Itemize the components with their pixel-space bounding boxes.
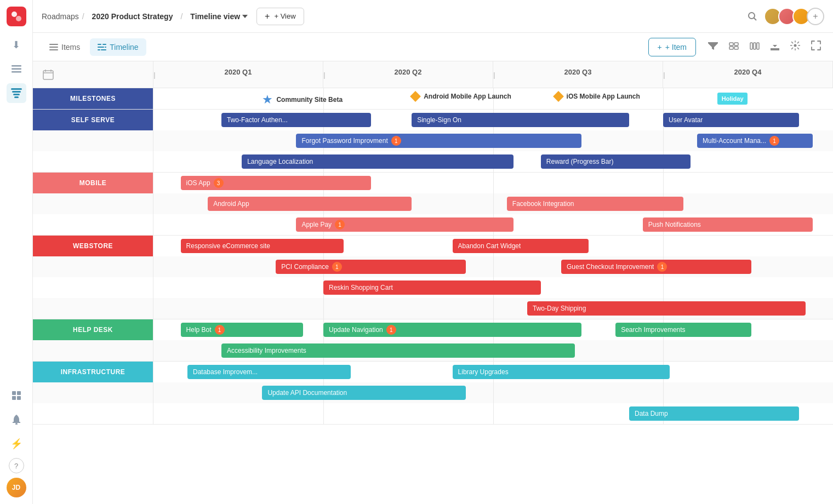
- row-mobile-2: Apple Pay1Push Notifications: [33, 214, 833, 235]
- bar-label: Data Dump: [635, 410, 668, 417]
- row-content-webstore-0: Responsive eCommerce siteAbandon Cart Wi…: [153, 236, 833, 256]
- add-item-label: + Item: [665, 43, 687, 51]
- download-icon[interactable]: ⬇: [7, 35, 26, 55]
- columns-button[interactable]: [746, 38, 763, 56]
- collaborator-avatars: +: [764, 8, 824, 25]
- row-content-webstore-3: Two-Day Shipping: [153, 298, 833, 319]
- list-view-icon[interactable]: [7, 59, 26, 79]
- quarter-divider: [493, 256, 494, 277]
- svg-rect-2: [12, 65, 21, 67]
- quarter-divider: [323, 298, 324, 319]
- group-label-helpdesk: HELP DESK: [33, 319, 153, 340]
- svg-rect-3: [12, 68, 21, 70]
- group-label-webstore: [33, 277, 153, 298]
- bar-label: Single-Sign On: [417, 116, 461, 124]
- bar-pci-compliance[interactable]: PCI Compliance1: [276, 260, 466, 274]
- bar-label: Two-Factor Authen...: [227, 116, 288, 124]
- svg-rect-18: [49, 49, 58, 50]
- add-item-button[interactable]: + + Item: [648, 38, 696, 56]
- svg-rect-33: [43, 71, 53, 79]
- calendar-icon[interactable]: [42, 68, 55, 81]
- milestone-label: Community Site Beta: [276, 96, 343, 104]
- bar-guest-checkout-improvement[interactable]: Guest Checkout Improvement1: [561, 260, 751, 274]
- bar-search-improvements[interactable]: Search Improvements: [615, 323, 751, 337]
- bar-update-api-documentation[interactable]: Update API Documentation: [262, 386, 466, 400]
- tab-items[interactable]: Items: [42, 38, 88, 56]
- search-button[interactable]: [748, 12, 757, 21]
- add-view-button[interactable]: + + View: [256, 8, 304, 25]
- star-icon: ★: [262, 93, 273, 107]
- bar-reskin-shopping-cart[interactable]: Reskin Shopping Cart: [323, 280, 541, 295]
- settings-button[interactable]: [787, 37, 803, 56]
- toolbar-actions: [705, 37, 824, 56]
- row-content-webstore-2: Reskin Shopping Cart: [153, 277, 833, 298]
- bar-help-bot[interactable]: Help Bot1: [181, 323, 303, 337]
- bar-library-upgrades[interactable]: Library Upgrades: [453, 365, 670, 379]
- filter-button[interactable]: [705, 38, 721, 56]
- row-content-selfserve-0: Two-Factor Authen...Single-Sign OnUser A…: [153, 110, 833, 130]
- bar-accessibility-improvements[interactable]: Accessibility Improvements: [221, 343, 575, 358]
- bar-ios-app[interactable]: iOS App3: [181, 176, 371, 190]
- add-collaborator-button[interactable]: +: [807, 8, 824, 25]
- bar-badge: 1: [769, 136, 779, 146]
- tab-timeline[interactable]: Timeline: [90, 38, 146, 56]
- bar-abandon-cart-widget[interactable]: Abandon Cart Widget: [453, 239, 589, 253]
- svg-point-0: [12, 12, 17, 17]
- quarter-divider: [323, 403, 324, 424]
- svg-rect-11: [12, 396, 16, 400]
- bar-responsive-ecommerce-site[interactable]: Responsive eCommerce site: [181, 239, 344, 253]
- bar-reward-progress-bar[interactable]: Reward (Progress Bar): [541, 154, 691, 169]
- row-content-infrastructure-0: Database Improvem...Library Upgrades: [153, 362, 833, 382]
- svg-rect-28: [734, 47, 738, 49]
- row-selfserve-0: SELF SERVETwo-Factor Authen...Single-Sig…: [33, 110, 833, 130]
- bar-android-app[interactable]: Android App: [208, 197, 412, 211]
- fullscreen-button[interactable]: [808, 37, 824, 56]
- milestone-android-mobile-app-launch[interactable]: Android Mobile App Launch: [412, 93, 511, 100]
- svg-point-13: [15, 423, 18, 425]
- bar-single-sign-on[interactable]: Single-Sign On: [412, 113, 629, 127]
- bar-apple-pay[interactable]: Apple Pay1: [296, 217, 514, 232]
- bar-label: Reskin Shopping Cart: [329, 284, 393, 291]
- svg-rect-24: [101, 49, 106, 50]
- group-button[interactable]: [726, 38, 742, 56]
- roadmap-icon[interactable]: [7, 83, 26, 103]
- strategy-dropdown[interactable]: 2020 Product Strategy: [88, 10, 178, 23]
- group-mobile: MOBILEiOS App3Android AppFacebook Integr…: [33, 173, 833, 236]
- bell-icon[interactable]: [7, 410, 26, 429]
- quarter-headers: 2020 Q1 2020 Q2 2020 Q3 2020 Q4: [153, 61, 833, 88]
- bar-two-day-shipping[interactable]: Two-Day Shipping: [527, 301, 806, 316]
- timeline-body: MILESTONES★ Community Site Beta Android …: [33, 88, 833, 425]
- bar-database-improvem[interactable]: Database Improvem...: [187, 365, 351, 379]
- milestone-ios-mobile-app-launch[interactable]: iOS Mobile App Launch: [555, 93, 640, 100]
- bar-badge: 1: [215, 325, 225, 335]
- bar-label: Language Localization: [247, 158, 313, 165]
- bar-update-navigation[interactable]: Update Navigation1: [323, 323, 581, 337]
- bar-data-dump[interactable]: Data Dump: [629, 406, 799, 421]
- bar-badge: 1: [386, 325, 396, 335]
- view-dropdown[interactable]: Timeline view: [186, 10, 252, 23]
- user-avatar[interactable]: JD: [7, 478, 26, 497]
- row-webstore-3: Two-Day Shipping: [33, 298, 833, 319]
- export-button[interactable]: [767, 37, 783, 56]
- milestone-community-site-beta[interactable]: ★ Community Site Beta: [262, 93, 343, 107]
- contacts-icon[interactable]: [7, 386, 26, 405]
- breadcrumb-roadmaps[interactable]: Roadmaps: [42, 12, 79, 21]
- bar-user-avatar[interactable]: User Avatar: [663, 113, 799, 127]
- topnav-right: +: [748, 8, 824, 25]
- top-navigation: Roadmaps / 2020 Product Strategy / Timel…: [33, 0, 833, 33]
- bar-multi-account-mana[interactable]: Multi-Account Mana...1: [697, 134, 813, 148]
- row-content-milestones-0: ★ Community Site Beta Android Mobile App…: [153, 88, 833, 109]
- bar-two-factor-authen[interactable]: Two-Factor Authen...: [221, 113, 371, 127]
- milestone-holiday[interactable]: Holiday: [717, 93, 748, 105]
- app-logo[interactable]: [7, 7, 26, 26]
- bar-language-localization[interactable]: Language Localization: [242, 154, 514, 169]
- bar-push-notifications[interactable]: Push Notifications: [643, 217, 813, 232]
- quarter-divider: [493, 193, 494, 214]
- timeline-label-header: [33, 61, 153, 88]
- quarter-divider: [663, 277, 664, 298]
- bar-forgot-password-improvment[interactable]: Forgot Password Improvment1: [296, 134, 581, 148]
- bar-label: Update Navigation: [329, 326, 383, 334]
- bar-facebook-integration[interactable]: Facebook Integration: [507, 197, 683, 211]
- bolt-icon[interactable]: ⚡: [7, 434, 26, 454]
- help-icon[interactable]: ?: [9, 458, 24, 473]
